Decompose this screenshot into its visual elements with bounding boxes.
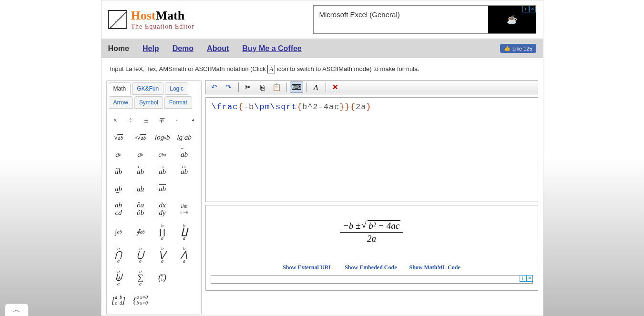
palette-symbol[interactable] (174, 267, 194, 288)
redo-button[interactable]: ↷ (222, 82, 235, 93)
scroll-top-button[interactable]: ︿ (5, 304, 29, 316)
nav-help[interactable]: Help (143, 44, 159, 53)
palette-symbol[interactable]: logab (153, 130, 173, 145)
tab-math[interactable]: Math (109, 82, 131, 95)
palette-symbol[interactable]: ab⌣ (109, 181, 129, 196)
logo-host: Host (131, 9, 156, 22)
output-links: Show External URL Show Embeded Code Show… (283, 264, 460, 271)
ad-close-icon[interactable]: ✕ (529, 6, 536, 12)
palette-symbol[interactable]: {a x=0b x>0 (131, 290, 151, 311)
palette-symbol[interactable]: b⋂a (109, 244, 129, 265)
palette-symbol[interactable]: b∑a (131, 267, 151, 288)
asciimath-mode-icon: A (267, 65, 275, 73)
palette-symbol[interactable]: ∓ (154, 112, 168, 128)
palette-symbol[interactable] (174, 290, 194, 311)
palette-symbol[interactable]: n√ab (131, 130, 151, 145)
palette-symbol[interactable]: × (109, 112, 122, 128)
notice-text: Input LaTeX, Tex, AMSmath or ASCIIMath n… (102, 58, 543, 80)
ad-close-icon[interactable]: ✕ (526, 275, 533, 282)
nav-bar: Home Help Demo About Buy Me a Coffee 👍Li… (102, 39, 543, 58)
ad-info-icon[interactable]: i (522, 6, 529, 12)
palette-symbol[interactable]: b⋁a (153, 244, 173, 265)
logo-math: Math (156, 9, 185, 22)
logo[interactable]: HostMath The Equation Editor (108, 9, 194, 31)
palette-symbol[interactable]: ± (139, 112, 153, 128)
palette-symbol[interactable]: b∏a (153, 221, 173, 242)
palette-symbol[interactable]: ÷ (124, 112, 137, 128)
show-mathml-link[interactable]: Show MathML Code (409, 264, 460, 271)
symbol-palette-panel: Math GK&Fun Logic Arrow Symbol Format ×÷… (106, 80, 202, 315)
palette-symbol[interactable] (174, 181, 194, 196)
clear-button[interactable]: ✕ (329, 82, 342, 93)
palette-symbol[interactable]: √ab (109, 130, 129, 145)
fb-like-button[interactable]: 👍Like 125 (500, 44, 536, 53)
palette-symbol[interactable]: ab⌢ (109, 164, 129, 179)
latex-input[interactable]: \frac{-b\pm\sqrt{b^2-4ac}}{2a} (205, 97, 538, 202)
ad-text: Microsoft Excel (General) (314, 6, 488, 33)
tab-arrow[interactable]: Arrow (109, 96, 133, 109)
palette-symbol[interactable]: ab (131, 147, 151, 162)
formula-preview: −b ± b² − 4ac 2a Show External URL Show … (205, 205, 538, 291)
nav-demo[interactable]: Demo (173, 44, 194, 53)
copy-button[interactable]: ⎘ (256, 82, 269, 93)
palette-symbol[interactable]: [a bc d] (109, 290, 129, 311)
header-ad[interactable]: Microsoft Excel (General) ☕ i✕ (313, 5, 536, 34)
ad-controls: i✕ (522, 6, 536, 12)
palette-symbol[interactable]: abcd (109, 198, 129, 219)
logo-subtitle: The Equation Editor (131, 23, 194, 31)
palette-symbol[interactable]: (ab) (153, 267, 173, 288)
palette-symbol[interactable]: ab˜ (174, 147, 194, 162)
palette-symbol[interactable]: b⋀a (174, 244, 194, 265)
tab-format[interactable]: Format (164, 96, 192, 109)
palette-symbol[interactable]: ⋆ (185, 112, 199, 128)
palette-symbol[interactable]: ab (153, 181, 173, 196)
palette-symbol[interactable]: ∮ab (131, 221, 151, 242)
palette-symbol[interactable]: ab← (131, 164, 151, 179)
palette-symbol[interactable]: ∫ab (109, 221, 129, 242)
editor-toolbar: ↶ ↷ ✂ ⎘ 📋 ⌨ A ✕ (205, 80, 538, 94)
thumb-icon: 👍 (504, 45, 511, 51)
ad-info-icon[interactable]: i (520, 275, 526, 282)
palette-symbol[interactable]: dxdy (153, 198, 173, 219)
asciimath-toggle-button[interactable]: A (309, 82, 323, 93)
cut-button[interactable]: ✂ (242, 82, 255, 93)
tab-logic[interactable]: Logic (165, 82, 188, 95)
palette-grid: ×÷±∓·⋆√abn√ablogablg abababcbaab˜ab⌢ab←a… (107, 111, 201, 315)
header: HostMath The Equation Editor Microsoft E… (102, 0, 543, 39)
nav-home[interactable]: Home (108, 44, 129, 53)
paste-button[interactable]: 📋 (270, 82, 284, 93)
fb-like-label: Like 125 (512, 46, 532, 51)
tab-symbol[interactable]: Symbol (134, 96, 163, 109)
palette-tabs: Math GK&Fun Logic Arrow Symbol Format (107, 81, 201, 111)
palette-symbol[interactable]: b∐a (174, 221, 194, 242)
palette-symbol[interactable]: ∂a∂b (131, 198, 151, 219)
palette-symbol[interactable]: lg ab (174, 130, 194, 145)
palette-symbol[interactable]: b⨄a (109, 267, 129, 288)
nav-about[interactable]: About (207, 44, 229, 53)
palette-symbol[interactable]: lima→b (174, 198, 194, 219)
logo-text: HostMath The Equation Editor (131, 9, 194, 31)
palette-symbol[interactable]: ab↔ (174, 164, 194, 179)
palette-symbol[interactable]: · (170, 112, 184, 128)
show-external-url-link[interactable]: Show External URL (283, 264, 332, 271)
rendered-formula: −b ± b² − 4ac 2a (340, 220, 403, 245)
tab-gkfun[interactable]: GK&Fun (132, 82, 164, 95)
palette-symbol[interactable]: ab (109, 147, 129, 162)
palette-symbol[interactable]: ab→ (153, 164, 173, 179)
undo-button[interactable]: ↶ (208, 82, 221, 93)
bottom-ad[interactable]: i✕ (211, 275, 533, 284)
palette-symbol[interactable] (153, 290, 173, 311)
nav-coffee[interactable]: Buy Me a Coffee (242, 44, 301, 53)
palette-symbol[interactable]: b⋃a (131, 244, 151, 265)
palette-symbol[interactable]: ab (131, 181, 151, 196)
logo-icon (108, 10, 127, 29)
palette-symbol[interactable]: cba (153, 147, 173, 162)
show-embed-code-link[interactable]: Show Embeded Code (345, 264, 397, 271)
input-mode-button[interactable]: ⌨ (290, 82, 303, 93)
